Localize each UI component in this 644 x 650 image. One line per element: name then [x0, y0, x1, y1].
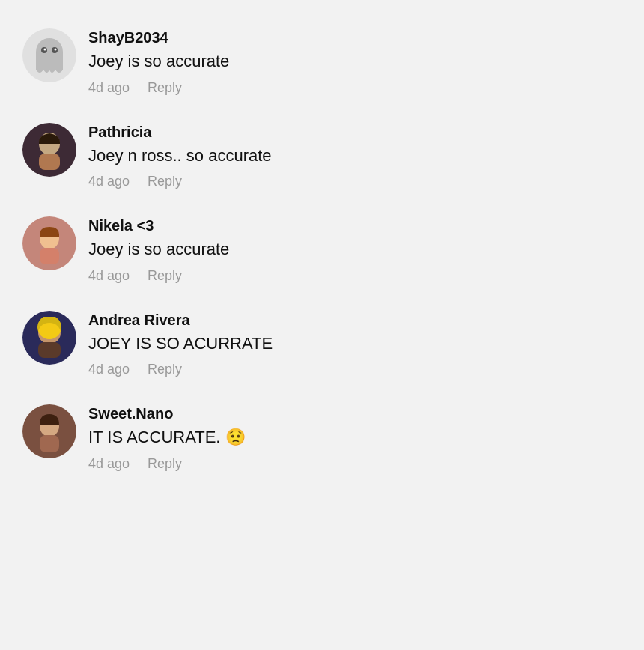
- comment-item: ShayB2034Joey is so accurate4d agoReply: [15, 15, 629, 109]
- comment-item: Andrea RiveraJOEY IS SO ACURRATE4d agoRe…: [15, 297, 629, 392]
- comment-text: Joey is so accurate: [88, 239, 622, 261]
- comment-meta: 4d agoReply: [88, 456, 622, 472]
- avatar: [22, 311, 76, 365]
- comment-time: 4d ago: [88, 174, 130, 189]
- comment-content: Nikela <3Joey is so accurate4d agoReply: [88, 216, 622, 284]
- comments-list: ShayB2034Joey is so accurate4d agoReply …: [15, 15, 629, 485]
- comment-text: Joey is so accurate: [88, 51, 622, 73]
- comment-username: Nikela <3: [88, 216, 622, 234]
- comment-meta: 4d agoReply: [88, 174, 622, 189]
- comment-time: 4d ago: [88, 362, 130, 377]
- avatar: [22, 28, 76, 82]
- comment-text: IT IS ACCURATE. 😟: [88, 427, 622, 449]
- comment-time: 4d ago: [88, 268, 130, 284]
- svg-point-5: [55, 48, 57, 50]
- comment-time: 4d ago: [88, 456, 130, 472]
- comment-text: JOEY IS SO ACURRATE: [88, 333, 622, 355]
- reply-button[interactable]: Reply: [148, 456, 182, 472]
- comment-meta: 4d agoReply: [88, 362, 622, 377]
- svg-rect-13: [38, 342, 61, 358]
- svg-rect-9: [40, 248, 59, 264]
- avatar: [22, 404, 76, 458]
- svg-rect-15: [40, 435, 59, 452]
- comment-text: Joey n ross.. so accurate: [88, 145, 622, 167]
- comment-time: 4d ago: [88, 80, 130, 96]
- avatar: [22, 216, 76, 270]
- comment-item: Sweet.NanoIT IS ACCURATE. 😟4d agoReply: [15, 391, 629, 485]
- comment-meta: 4d agoReply: [88, 80, 622, 96]
- comment-content: Sweet.NanoIT IS ACCURATE. 😟4d agoReply: [88, 404, 622, 472]
- reply-button[interactable]: Reply: [148, 268, 182, 284]
- comment-item: Nikela <3Joey is so accurate4d agoReply: [15, 203, 629, 297]
- comment-username: ShayB2034: [88, 28, 622, 46]
- reply-button[interactable]: Reply: [148, 80, 182, 96]
- comment-content: PathriciaJoey n ross.. so accurate4d ago…: [88, 123, 622, 190]
- comment-username: Andrea Rivera: [88, 311, 622, 329]
- comment-username: Sweet.Nano: [88, 404, 622, 422]
- svg-rect-1: [36, 52, 63, 70]
- avatar: [22, 123, 76, 177]
- comment-content: ShayB2034Joey is so accurate4d agoReply: [88, 28, 622, 96]
- svg-rect-7: [39, 154, 60, 170]
- comment-meta: 4d agoReply: [88, 268, 622, 284]
- comment-username: Pathricia: [88, 123, 622, 141]
- comment-content: Andrea RiveraJOEY IS SO ACURRATE4d agoRe…: [88, 311, 622, 378]
- reply-button[interactable]: Reply: [148, 174, 182, 189]
- reply-button[interactable]: Reply: [148, 362, 182, 377]
- svg-point-4: [44, 48, 46, 50]
- comment-item: PathriciaJoey n ross.. so accurate4d ago…: [15, 109, 629, 204]
